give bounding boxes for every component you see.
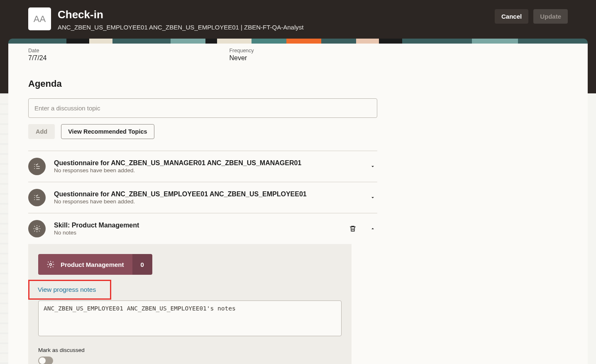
agenda-item-title: Skill: Product Management — [54, 222, 339, 229]
agenda-item-actions — [347, 223, 377, 234]
add-button: Add — [28, 124, 55, 139]
skill-badge[interactable]: Product Management 0 — [38, 254, 152, 275]
agenda-item-questionnaire-employee[interactable]: Questionnaire for ANC_ZBEN_US_EMPLOYEE01… — [28, 182, 377, 213]
delete-button[interactable] — [347, 223, 358, 234]
chevron-down-icon — [370, 195, 376, 200]
expand-button[interactable] — [368, 162, 377, 171]
collapse-button[interactable] — [368, 224, 377, 233]
header-left: AA Check-in ANC_ZBEN_US_EMPLOYEE01 ANC_Z… — [28, 7, 303, 31]
expand-button[interactable] — [368, 193, 377, 202]
avatar: AA — [28, 7, 51, 30]
agenda-item-text: Skill: Product Management No notes — [54, 222, 339, 236]
date-value: 7/7/24 — [28, 54, 46, 62]
svg-point-0 — [36, 228, 38, 230]
mark-discussed-label: Mark as discussed — [38, 347, 342, 353]
frequency-value: Never — [229, 54, 254, 62]
agenda-item-sub: No responses have been added. — [54, 167, 360, 173]
skill-badge-name: Product Management — [61, 261, 124, 268]
topic-actions: Add View Recommended Topics — [28, 124, 568, 139]
meta-row: Date 7/7/24 Frequency Never — [28, 48, 568, 62]
agenda-heading: Agenda — [28, 78, 568, 89]
agenda-item-skill[interactable]: Skill: Product Management No notes — [28, 213, 377, 244]
agenda-item-text: Questionnaire for ANC_ZBEN_US_EMPLOYEE01… — [54, 191, 360, 205]
agenda-item-text: Questionnaire for ANC_ZBEN_US_MANAGER01 … — [54, 159, 360, 173]
date-label: Date — [28, 48, 46, 54]
toggle-knob — [39, 357, 46, 364]
left-edge-decoration — [0, 93, 8, 364]
header-title-block: Check-in ANC_ZBEN_US_EMPLOYEE01 ANC_ZBEN… — [58, 7, 303, 31]
main-card: Date 7/7/24 Frequency Never Agenda Add V… — [8, 44, 588, 364]
update-button: Update — [533, 9, 568, 24]
frequency-label: Frequency — [229, 48, 254, 54]
skill-badge-count: 0 — [132, 254, 152, 275]
questionnaire-icon — [28, 158, 46, 175]
chevron-down-icon — [370, 164, 376, 169]
agenda-item-sub: No notes — [54, 230, 339, 236]
page-subtitle: ANC_ZBEN_US_EMPLOYEE01 ANC_ZBEN_US_EMPLO… — [58, 24, 303, 31]
agenda-item-actions — [368, 193, 377, 202]
view-recommended-button[interactable]: View Recommended Topics — [61, 124, 154, 139]
gear-icon — [46, 260, 55, 269]
highlight-box: View progress notes — [28, 280, 111, 300]
mark-discussed-toggle[interactable] — [38, 357, 53, 364]
agenda-item-title: Questionnaire for ANC_ZBEN_US_EMPLOYEE01… — [54, 191, 360, 198]
skill-badge-label: Product Management — [38, 254, 132, 275]
skill-expanded-panel: Product Management 0 View progress notes… — [28, 244, 352, 364]
header-content: AA Check-in ANC_ZBEN_US_EMPLOYEE01 ANC_Z… — [0, 0, 596, 31]
discussion-topic-input[interactable] — [28, 98, 377, 118]
page-title: Check-in — [58, 8, 303, 21]
skill-icon — [28, 220, 46, 237]
questionnaire-icon — [28, 189, 46, 206]
date-meta: Date 7/7/24 — [28, 48, 46, 62]
agenda-item-title: Questionnaire for ANC_ZBEN_US_MANAGER01 … — [54, 159, 360, 167]
svg-point-1 — [50, 264, 52, 266]
header-actions: Cancel Update — [495, 7, 568, 24]
view-progress-notes-link[interactable]: View progress notes — [38, 286, 96, 293]
agenda-item-actions — [368, 162, 377, 171]
trash-icon — [349, 225, 357, 232]
agenda-item-questionnaire-manager[interactable]: Questionnaire for ANC_ZBEN_US_MANAGER01 … — [28, 151, 377, 182]
cancel-button[interactable]: Cancel — [495, 9, 528, 24]
decorative-stripe — [8, 39, 588, 44]
frequency-meta: Frequency Never — [229, 48, 254, 62]
chevron-up-icon — [370, 226, 376, 232]
agenda-item-sub: No responses have been added. — [54, 198, 360, 205]
notes-textarea[interactable] — [38, 300, 342, 336]
